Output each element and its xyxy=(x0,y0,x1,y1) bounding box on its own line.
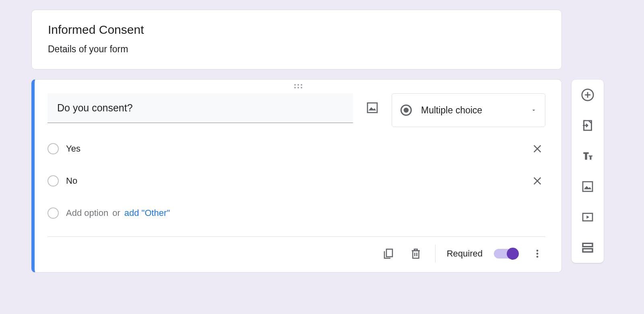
option-label[interactable]: Yes xyxy=(66,144,529,154)
option-row: Yes xyxy=(47,137,545,161)
svg-rect-25 xyxy=(583,249,592,252)
svg-point-3 xyxy=(294,87,296,88)
question-type-label: Multiple choice xyxy=(421,105,530,116)
remove-option-button[interactable] xyxy=(529,173,545,189)
option-row: No xyxy=(47,169,545,193)
more-vert-icon xyxy=(532,248,543,259)
add-title-button[interactable] xyxy=(580,148,596,164)
import-icon xyxy=(581,119,594,132)
add-circle-icon xyxy=(581,88,594,102)
image-icon xyxy=(581,180,594,193)
svg-point-2 xyxy=(301,84,302,86)
svg-point-8 xyxy=(404,108,409,113)
close-icon xyxy=(532,176,543,186)
svg-point-4 xyxy=(297,87,299,88)
required-label: Required xyxy=(447,248,483,259)
question-input-wrap xyxy=(47,93,353,123)
svg-rect-6 xyxy=(367,103,377,113)
svg-point-17 xyxy=(537,253,539,255)
dropdown-arrow-icon xyxy=(530,107,537,113)
title-icon xyxy=(581,150,594,162)
or-text: or xyxy=(112,208,120,218)
question-footer: Required xyxy=(47,236,545,272)
footer-divider xyxy=(435,245,436,263)
svg-rect-13 xyxy=(386,249,392,257)
more-options-button[interactable] xyxy=(529,246,545,262)
radio-indicator-icon xyxy=(47,143,59,154)
question-type-dropdown[interactable]: Multiple choice xyxy=(392,93,545,127)
close-icon xyxy=(532,144,543,154)
video-icon xyxy=(581,211,594,224)
svg-point-1 xyxy=(297,84,299,86)
radio-indicator-icon xyxy=(47,175,59,187)
image-icon xyxy=(366,101,379,114)
form-header-card: Informed Consent Details of your form xyxy=(31,10,562,70)
svg-point-5 xyxy=(301,87,302,88)
remove-option-button[interactable] xyxy=(529,141,545,157)
question-card: Multiple choice Yes xyxy=(31,79,562,273)
add-question-button[interactable] xyxy=(580,87,596,103)
svg-rect-24 xyxy=(583,243,592,246)
add-other-button[interactable]: add "Other" xyxy=(124,208,170,218)
duplicate-icon xyxy=(382,248,394,260)
add-option-button[interactable]: Add option xyxy=(66,208,108,218)
trash-icon xyxy=(410,248,422,260)
import-questions-button[interactable] xyxy=(580,117,596,133)
add-option-row: Add option or add "Other" xyxy=(47,201,545,225)
form-title[interactable]: Informed Consent xyxy=(48,23,545,37)
required-toggle[interactable] xyxy=(494,249,518,259)
option-label[interactable]: No xyxy=(66,176,529,186)
svg-rect-22 xyxy=(583,182,592,191)
svg-point-18 xyxy=(537,256,539,258)
radio-indicator-icon xyxy=(47,207,59,219)
add-section-button[interactable] xyxy=(580,240,596,256)
svg-point-0 xyxy=(294,84,296,86)
drag-handle[interactable] xyxy=(35,80,561,90)
add-image-button[interactable] xyxy=(580,179,596,195)
duplicate-button[interactable] xyxy=(380,246,396,262)
svg-point-16 xyxy=(537,250,539,252)
toggle-knob xyxy=(507,248,519,260)
side-toolbar xyxy=(572,80,604,263)
options-list: Yes No xyxy=(35,127,561,225)
question-text-input[interactable] xyxy=(57,102,343,114)
section-icon xyxy=(581,241,594,254)
radio-icon xyxy=(400,104,412,116)
add-image-button[interactable] xyxy=(363,98,382,117)
add-video-button[interactable] xyxy=(580,209,596,225)
delete-button[interactable] xyxy=(408,246,424,262)
form-description[interactable]: Details of your form xyxy=(48,44,545,55)
drag-dots-icon xyxy=(293,84,303,88)
